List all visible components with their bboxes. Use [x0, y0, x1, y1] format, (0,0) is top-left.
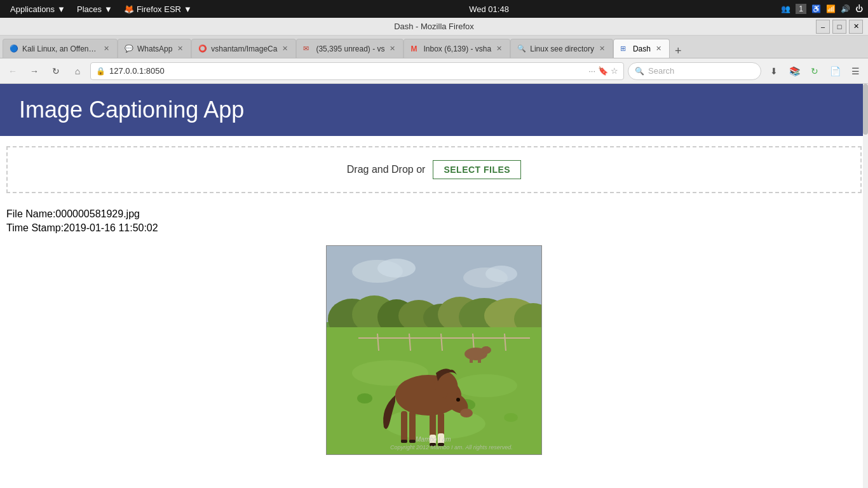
accessibility-icon: ♿: [811, 4, 821, 13]
applications-menu[interactable]: Applications ▼: [5, 3, 71, 15]
tab-email-close[interactable]: ✕: [388, 44, 397, 53]
select-files-button[interactable]: SELECT FILES: [433, 160, 521, 179]
tab-github-close[interactable]: ✕: [281, 44, 289, 53]
close-button[interactable]: ✕: [849, 20, 863, 34]
firefox-label: Firefox ESR: [137, 4, 181, 14]
back-button[interactable]: ←: [4, 62, 22, 80]
svg-point-21: [504, 413, 518, 422]
home-button[interactable]: ⌂: [69, 62, 86, 80]
menu-icon[interactable]: ☰: [846, 62, 864, 80]
secure-icon: 🔒: [96, 67, 105, 76]
search-placeholder: Search: [648, 66, 674, 76]
firefox-menu[interactable]: 🦊 Firefox ESR ▼: [119, 3, 197, 15]
tab-linux-favicon: 🔍: [517, 44, 526, 53]
tab-whatsapp-favicon: 💬: [125, 44, 133, 53]
tab-github[interactable]: ⭕ vshantam/ImageCa ✕: [191, 39, 296, 58]
tab-whatsapp-close[interactable]: ✕: [176, 44, 184, 53]
tab-whatsapp[interactable]: 💬 WhatsApp ✕: [118, 39, 191, 58]
page-content: Image Captioning App Drag and Drop or SE…: [0, 84, 868, 488]
svg-rect-48: [401, 440, 407, 443]
svg-text:Mambo I am: Mambo I am: [416, 436, 451, 443]
svg-point-16: [454, 374, 517, 397]
download-icon[interactable]: ⬇: [765, 62, 783, 80]
tab-whatsapp-label: WhatsApp: [137, 44, 172, 53]
tab-kali-close[interactable]: ✕: [102, 44, 111, 53]
svg-point-37: [460, 409, 473, 417]
tab-linux-close[interactable]: ✕: [598, 44, 606, 53]
tab-kali-label: Kali Linux, an Offensive: [22, 44, 98, 53]
places-label: Places: [77, 4, 102, 14]
taskbar-clock: Wed 01:48: [200, 4, 778, 14]
svg-rect-32: [485, 346, 488, 353]
nav-bar: ← → ↻ ⌂ 🔒 127.0.0.1:8050 ··· 🔖 ☆ 🔍 Searc…: [0, 58, 868, 84]
svg-rect-29: [470, 353, 473, 363]
tab-linux[interactable]: 🔍 Linux see directory ✕: [510, 39, 613, 58]
timestamp-line: Time Stamp:2019-01-16 11:50:02: [6, 222, 862, 234]
places-menu[interactable]: Places ▼: [72, 3, 118, 15]
horse-scene-svg: Mambo I am Copyright 2012 Mambo I am. Al…: [327, 246, 542, 455]
svg-rect-46: [401, 411, 407, 443]
sync-icon[interactable]: ↻: [806, 62, 824, 80]
app-header: Image Captioning App: [0, 84, 868, 136]
nav-right-icons: ⬇ 📚 ↻ 📄 ☰: [765, 62, 864, 80]
reader-view-icon[interactable]: 📄: [826, 62, 844, 80]
tab-dash-close[interactable]: ✕: [654, 44, 663, 53]
power-icon: ⏻: [855, 4, 863, 13]
maximize-button[interactable]: □: [832, 20, 846, 34]
dropzone-text: Drag and Drop or: [347, 164, 426, 175]
applications-arrow: ▼: [57, 4, 65, 14]
places-arrow: ▼: [104, 4, 112, 14]
app-title: Image Captioning App: [19, 97, 849, 123]
tab-gmail[interactable]: M Inbox (6,139) - vsha ✕: [403, 39, 510, 58]
svg-text:Copyright 2012 Mambo I am. All: Copyright 2012 Mambo I am. All rights re…: [390, 444, 513, 451]
address-more-icon[interactable]: ···: [588, 66, 595, 76]
reload-button[interactable]: ↻: [47, 62, 65, 80]
tab-email-label: (35,395 unread) - vs: [316, 44, 384, 53]
star-icon[interactable]: ☆: [611, 66, 618, 76]
tab-email-favicon: ✉: [303, 44, 312, 53]
file-name-line: File Name:000000581929.jpg: [6, 208, 862, 220]
tab-gmail-label: Inbox (6,139) - vsha: [423, 44, 491, 53]
tab-gmail-close[interactable]: ✕: [495, 44, 503, 53]
tab-dash-label: Dash: [633, 44, 651, 53]
address-bar[interactable]: 🔒 127.0.0.1:8050 ··· 🔖 ☆: [90, 62, 624, 80]
timestamp-label: Time Stamp:: [6, 222, 64, 233]
search-bar[interactable]: 🔍 Search: [628, 62, 761, 80]
svg-rect-30: [478, 353, 481, 363]
tab-github-favicon: ⭕: [198, 44, 207, 53]
address-text: 127.0.0.1:8050: [109, 66, 585, 76]
svg-point-4: [485, 266, 517, 282]
people-icon: 👥: [781, 4, 790, 13]
tab-kali[interactable]: 🔵 Kali Linux, an Offensive ✕: [3, 39, 118, 58]
file-name-value: 000000581929.jpg: [55, 208, 140, 219]
scrollbar-thumb[interactable]: [863, 84, 868, 135]
tab-dash[interactable]: ⊞ Dash ✕: [613, 39, 670, 58]
search-icon: 🔍: [635, 67, 644, 76]
window-controls: – □ ✕: [816, 20, 863, 34]
tab-gmail-favicon: M: [410, 44, 419, 53]
scrollbar[interactable]: [863, 84, 868, 488]
drop-zone[interactable]: Drag and Drop or SELECT FILES: [6, 146, 862, 193]
browser-title-bar: Dash - Mozilla Firefox – □ ✕: [0, 18, 868, 36]
file-info: File Name:000000581929.jpg Time Stamp:20…: [0, 203, 868, 239]
volume-icon: 🔊: [841, 4, 850, 13]
tab-email[interactable]: ✉ (35,395 unread) - vs ✕: [296, 39, 403, 58]
timestamp-value: 2019-01-16 11:50:02: [64, 222, 158, 233]
bookmark-add-icon[interactable]: 🔖: [598, 66, 608, 76]
forward-button[interactable]: →: [25, 62, 43, 80]
preview-image: Mambo I am Copyright 2012 Mambo I am. Al…: [326, 245, 542, 455]
taskbar-right: 👥 1 ♿ 📶 🔊 ⏻: [781, 4, 863, 14]
minimize-button[interactable]: –: [816, 20, 830, 34]
svg-point-38: [456, 398, 460, 402]
taskbar-left: Applications ▼ Places ▼ 🦊 Firefox ESR ▼: [5, 3, 197, 15]
svg-point-18: [357, 393, 372, 403]
tab-dash-favicon: ⊞: [620, 44, 629, 53]
address-actions: ··· 🔖 ☆: [588, 66, 618, 76]
tab-github-label: vshantam/ImageCa: [211, 44, 277, 53]
tab-linux-label: Linux see directory: [530, 44, 594, 53]
svg-rect-45: [409, 411, 416, 443]
svg-point-2: [377, 259, 416, 278]
bookmarks-icon[interactable]: 📚: [785, 62, 803, 80]
new-tab-button[interactable]: +: [670, 44, 687, 58]
firefox-arrow: ▼: [184, 4, 192, 14]
